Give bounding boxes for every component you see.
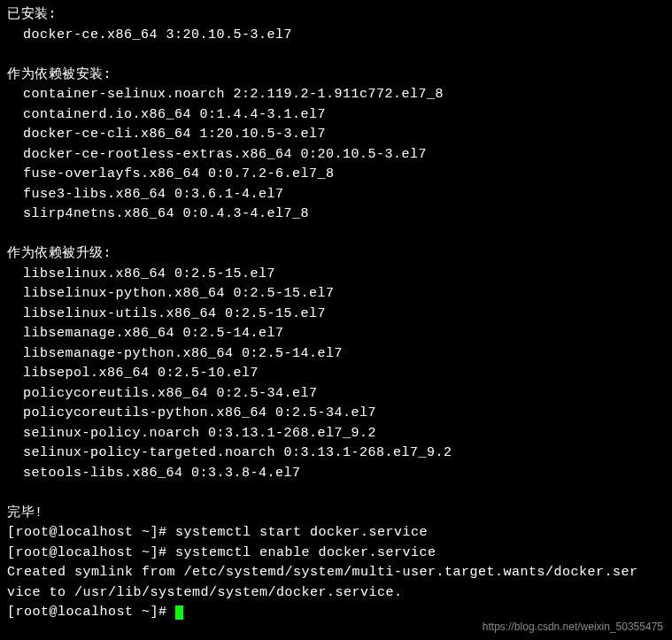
package-line: libselinux-python.x86_64 0:2.5-15.el7 [7, 284, 665, 305]
package-line: docker-ce-rootless-extras.x86_64 0:20.10… [7, 145, 665, 166]
package-line: fuse3-libs.x86_64 0:3.6.1-4.el7 [7, 185, 665, 205]
package-line: docker-ce.x86_64 3:20.10.5-3.el7 [7, 26, 665, 46]
package-line: selinux-policy-targeted.noarch 0:3.13.1-… [7, 443, 665, 464]
output-line: Created symlink from /etc/systemd/system… [7, 563, 665, 583]
dep-upgraded-header: 作为依赖被升级: [7, 244, 665, 265]
package-line: fuse-overlayfs.x86_64 0:0.7.2-6.el7_8 [7, 165, 665, 185]
dep-installed-header: 作为依赖被安装: [7, 66, 665, 86]
package-line: libsepol.x86_64 0:2.5-10.el7 [7, 364, 665, 384]
complete-msg: 完毕! [7, 504, 665, 524]
prompt-line: [root@localhost ~]# systemctl start dock… [7, 523, 665, 544]
cursor-icon [175, 605, 183, 620]
prompt-text: [root@localhost ~]# [7, 605, 175, 620]
package-line: setools-libs.x86_64 0:3.3.8-4.el7 [7, 464, 665, 484]
package-line: docker-ce-cli.x86_64 1:20.10.5-3.el7 [7, 125, 665, 145]
package-line: libselinux.x86_64 0:2.5-15.el7 [7, 265, 665, 285]
terminal-output: 已安装: docker-ce.x86_64 3:20.10.5-3.el7 作为… [7, 5, 665, 623]
package-line: containerd.io.x86_64 0:1.4.4-3.1.el7 [7, 105, 665, 126]
watermark: https://blog.csdn.net/weixin_50355475 [483, 619, 663, 635]
package-line: container-selinux.noarch 2:2.119.2-1.911… [7, 85, 665, 105]
package-line: libsemanage-python.x86_64 0:2.5-14.el7 [7, 344, 665, 365]
package-line: libselinux-utils.x86_64 0:2.5-15.el7 [7, 305, 665, 325]
package-line: libsemanage.x86_64 0:2.5-14.el7 [7, 324, 665, 344]
output-line: vice to /usr/lib/systemd/system/docker.s… [7, 583, 665, 604]
installed-header: 已安装: [7, 5, 665, 26]
package-line: selinux-policy.noarch 0:3.13.1-268.el7_9… [7, 424, 665, 444]
package-line: slirp4netns.x86_64 0:0.4.3-4.el7_8 [7, 204, 665, 225]
prompt-line: [root@localhost ~]# systemctl enable doc… [7, 544, 665, 564]
package-line: policycoreutils.x86_64 0:2.5-34.el7 [7, 384, 665, 405]
package-line: policycoreutils-python.x86_64 0:2.5-34.e… [7, 404, 665, 424]
